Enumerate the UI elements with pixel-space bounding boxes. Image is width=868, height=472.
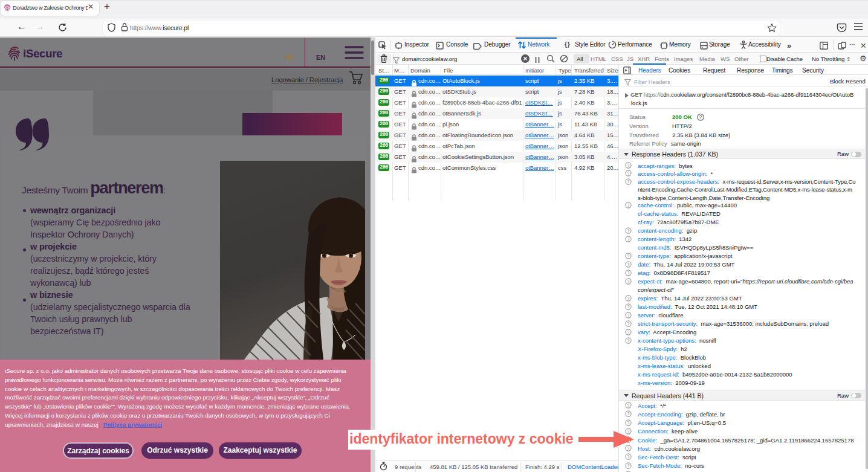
svg-text:?: ? (699, 115, 702, 120)
